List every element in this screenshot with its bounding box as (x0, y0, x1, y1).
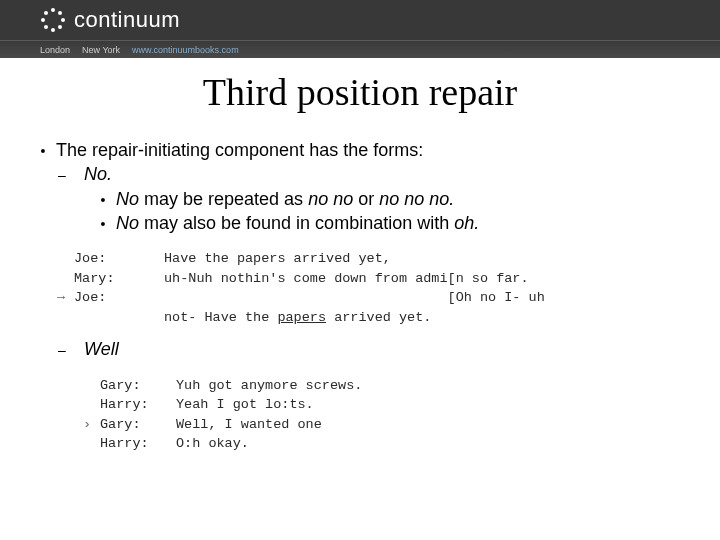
svg-point-2 (61, 18, 65, 22)
slide-body: • The repair-initiating component has th… (0, 138, 720, 454)
sub-url: www.continuumbooks.com (132, 45, 239, 55)
transcript-1: Joe:Have the papers arrived yet, Mary:uh… (48, 249, 672, 327)
continuum-logo-icon (40, 7, 66, 33)
arrow-icon: → (48, 288, 74, 308)
dash-icon: – (58, 337, 84, 360)
lead-bullet: • The repair-initiating component has th… (30, 138, 690, 162)
sub-well: – Well (30, 337, 690, 361)
arrow-small-icon: › (74, 415, 100, 435)
svg-point-0 (51, 8, 55, 12)
sub-no-1: • No may be repeated as no no or no no n… (30, 187, 690, 211)
dash-icon: – (58, 162, 84, 185)
svg-point-4 (51, 28, 55, 32)
slide-title: Third position repair (0, 70, 720, 114)
brand-sub-bar: London New York www.continuumbooks.com (0, 40, 720, 58)
sub-no: – No. (30, 162, 690, 186)
transcript-2: Gary:Yuh got anymore screws. Harry:Yeah … (74, 376, 672, 454)
brand-logo: continuum (40, 7, 180, 33)
sub-no-1-text: No may be repeated as no no or no no no. (116, 187, 454, 211)
sub-no-2: • No may also be found in combination wi… (30, 211, 690, 235)
bullet-icon: • (30, 138, 56, 161)
svg-point-7 (44, 11, 48, 15)
svg-point-1 (58, 11, 62, 15)
sub-well-label: Well (84, 337, 119, 361)
brand-header: continuum (0, 0, 720, 40)
bullet-icon: • (90, 211, 116, 234)
brand-name: continuum (74, 7, 180, 33)
sub-no-label: No. (84, 162, 112, 186)
sub-no-2-text: No may also be found in combination with… (116, 211, 479, 235)
svg-point-3 (58, 25, 62, 29)
sub-city-1: London (40, 45, 70, 55)
bullet-icon: • (90, 187, 116, 210)
sub-city-2: New York (82, 45, 120, 55)
lead-text: The repair-initiating component has the … (56, 138, 423, 162)
svg-point-5 (44, 25, 48, 29)
svg-point-6 (41, 18, 45, 22)
